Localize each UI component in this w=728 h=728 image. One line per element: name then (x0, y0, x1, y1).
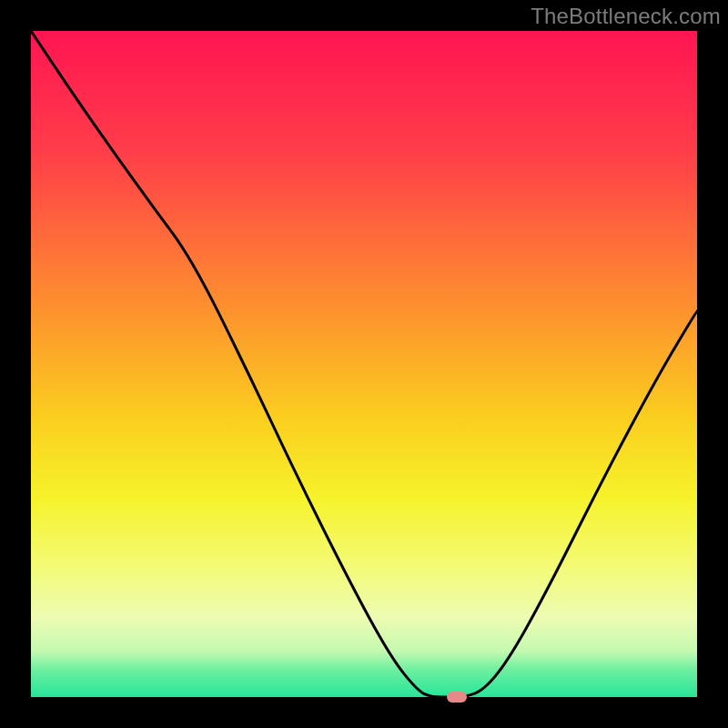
chart-container: TheBottleneck.com (0, 0, 728, 728)
bottleneck-curve (31, 31, 697, 697)
plot-area (31, 31, 697, 697)
watermark-text: TheBottleneck.com (531, 4, 721, 29)
bottleneck-marker (447, 692, 467, 703)
